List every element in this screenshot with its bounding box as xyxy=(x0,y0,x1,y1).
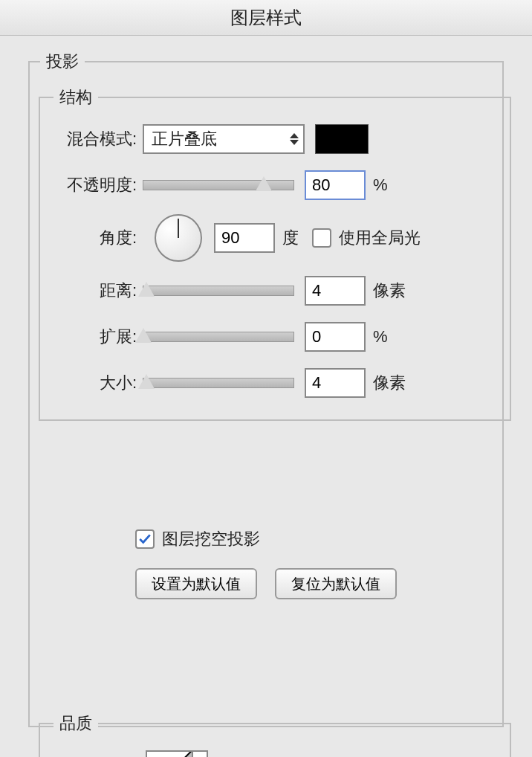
footer-controls: 图层挖空投影 设置为默认值 复位为默认值 xyxy=(39,519,493,599)
quality-group: 品质 等高线: 消除锯齿 杂色: xyxy=(39,712,511,757)
spread-unit: % xyxy=(373,327,388,347)
set-default-button[interactable]: 设置为默认值 xyxy=(135,568,257,599)
blend-mode-label: 混合模式: xyxy=(53,128,143,150)
structure-group: 结构 混合模式: 正片叠底 不透明度: % xyxy=(39,86,511,421)
reset-default-button[interactable]: 复位为默认值 xyxy=(275,568,397,599)
spread-slider-thumb[interactable] xyxy=(135,328,152,343)
opacity-input[interactable] xyxy=(305,170,366,200)
spread-label: 扩展: xyxy=(53,326,143,348)
contour-preview xyxy=(147,752,192,757)
spread-slider[interactable] xyxy=(143,332,294,342)
shadow-color-swatch[interactable] xyxy=(315,124,369,154)
size-slider[interactable] xyxy=(143,378,294,388)
blend-mode-select[interactable]: 正片叠底 xyxy=(143,124,305,154)
blend-mode-value: 正片叠底 xyxy=(152,128,217,150)
size-label: 大小: xyxy=(53,372,143,394)
knockout-checkbox[interactable] xyxy=(135,529,155,549)
angle-label: 角度: xyxy=(53,227,143,249)
contour-picker[interactable] xyxy=(146,750,208,757)
angle-needle xyxy=(178,219,179,238)
size-input[interactable] xyxy=(305,368,366,398)
dialog-title: 图层样式 xyxy=(0,0,532,36)
layer-style-dialog: 图层样式 投影 结构 混合模式: 正片叠底 不透明度: xyxy=(0,0,532,757)
distance-label: 距离: xyxy=(53,280,143,302)
quality-legend: 品质 xyxy=(53,712,98,735)
global-light-label: 使用全局光 xyxy=(339,227,421,249)
opacity-label: 不透明度: xyxy=(53,174,143,196)
size-slider-thumb[interactable] xyxy=(138,374,155,389)
opacity-unit: % xyxy=(373,175,388,195)
opacity-slider-thumb[interactable] xyxy=(256,176,272,191)
angle-input[interactable] xyxy=(214,223,275,253)
structure-legend: 结构 xyxy=(53,86,98,109)
distance-slider[interactable] xyxy=(143,286,294,296)
spread-input[interactable] xyxy=(305,322,366,352)
angle-dial[interactable] xyxy=(155,214,202,262)
contour-dropdown-icon[interactable] xyxy=(192,752,207,757)
panel-section-label: 投影 xyxy=(40,51,85,73)
distance-unit: 像素 xyxy=(373,280,406,302)
angle-unit: 度 xyxy=(282,227,299,249)
global-light-checkbox[interactable] xyxy=(312,228,331,248)
size-unit: 像素 xyxy=(373,372,406,394)
knockout-label: 图层挖空投影 xyxy=(162,528,260,550)
select-stepper-icon xyxy=(290,133,299,145)
distance-input[interactable] xyxy=(305,276,366,306)
opacity-slider[interactable] xyxy=(143,180,294,190)
distance-slider-thumb[interactable] xyxy=(138,282,155,297)
drop-shadow-panel: 投影 结构 混合模式: 正片叠底 不透明度: % xyxy=(28,61,504,727)
